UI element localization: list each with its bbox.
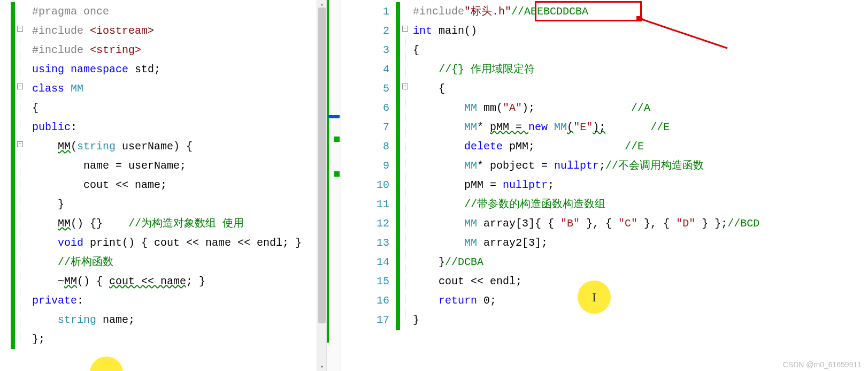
code-token: MM [58, 140, 71, 153]
code-token: string [77, 140, 116, 153]
code-token: cout << endl; [413, 275, 522, 287]
code-token: pMM = [413, 179, 503, 191]
code-token: pMM; [503, 140, 625, 153]
code-line[interactable]: MM array[3]{ { "B" }, { "C" }, { "D" } }… [396, 214, 868, 233]
code-line[interactable]: } [5, 195, 326, 214]
line-number: 10 [358, 176, 389, 195]
code-token: ); [522, 102, 631, 114]
code-token: }; [32, 333, 45, 345]
code-token: : [71, 121, 77, 133]
code-token [413, 140, 464, 153]
code-token: "B" [560, 217, 580, 230]
code-token: ); [593, 121, 605, 133]
editor-split-view: − − − #pragma once#include <iostream>#in… [0, 0, 868, 371]
code-token: name = userName; [32, 160, 186, 172]
overview-ruler[interactable] [326, 0, 341, 371]
code-token: MM [71, 82, 83, 95]
code-line[interactable]: MM array2[3]; [396, 233, 868, 253]
code-line[interactable]: return 0; [396, 291, 868, 311]
code-token: //BCD [727, 217, 759, 230]
code-line[interactable]: MM(string userName) { [5, 137, 326, 156]
code-line[interactable]: { [396, 79, 868, 99]
code-line[interactable]: #include"标头.h"//AEEBCDDCBA [396, 2, 868, 21]
code-line[interactable]: #include <string> [5, 41, 326, 60]
code-line[interactable]: cout << name; [5, 176, 326, 195]
code-token: ; } [186, 275, 205, 287]
scroll-down-arrow[interactable]: ▾ [319, 364, 325, 370]
code-token: } [413, 314, 419, 326]
code-line[interactable]: name = userName; [5, 156, 326, 176]
line-number: 13 [358, 233, 389, 253]
code-token: () {} [71, 217, 128, 230]
code-line[interactable]: string name; [5, 311, 326, 330]
code-token: //E [625, 140, 644, 153]
code-token [32, 314, 58, 326]
code-line[interactable]: int main() [396, 21, 868, 41]
vertical-scrollbar[interactable]: ▴ ▾ [317, 0, 326, 371]
code-token: #include [32, 44, 83, 56]
code-line[interactable]: //带参数的构造函数构造数组 [396, 195, 868, 214]
code-token: ( [71, 140, 77, 153]
code-token: //不会调用构造函数 [605, 160, 704, 172]
line-number: 8 [358, 137, 389, 156]
code-token [413, 198, 464, 210]
code-line[interactable]: { [396, 41, 868, 60]
code-token: array2[3]; [477, 237, 548, 249]
ruler-caret-marker [328, 115, 340, 118]
left-code-area[interactable]: − − − #pragma once#include <iostream>#in… [0, 0, 326, 349]
code-line[interactable]: //析构函数 [5, 253, 326, 272]
code-token: cout << name; [32, 179, 167, 191]
code-token: array[3]{ { [477, 217, 560, 230]
right-code-area[interactable]: − − #include"标头.h"//AEEBCDDCBAint main()… [396, 0, 868, 371]
code-line[interactable]: class MM [5, 79, 326, 99]
scroll-up-arrow[interactable]: ▴ [319, 1, 325, 7]
line-number: 2 [358, 21, 389, 41]
left-code-pane[interactable]: − − − #pragma once#include <iostream>#in… [0, 0, 326, 371]
line-number: 3 [358, 41, 389, 60]
code-token [83, 44, 90, 56]
line-number: 15 [358, 272, 389, 291]
code-line[interactable]: } [396, 311, 868, 330]
line-number-gutter: 1234567891011121314151617 [358, 0, 396, 371]
code-token: //带参数的构造函数构造数组 [464, 198, 605, 210]
code-line[interactable]: void print() { cout << name << endl; } [5, 233, 326, 253]
code-token: MM [64, 275, 77, 287]
code-line[interactable]: }//DCBA [396, 253, 868, 272]
code-line[interactable]: MM* pMM = new MM("E"); //E [396, 118, 868, 137]
code-token [605, 121, 650, 133]
code-line[interactable]: }; [5, 330, 326, 349]
code-line[interactable]: #pragma once [5, 2, 326, 21]
code-line[interactable]: cout << endl; [396, 272, 868, 291]
code-token: } }; [695, 217, 727, 230]
code-line[interactable]: private: [5, 291, 326, 311]
code-line[interactable]: MM() {} //为构造对象数组 使用 [5, 214, 326, 233]
code-token: //AEEBCDDCBA [511, 5, 588, 18]
scrollbar-thumb[interactable] [318, 7, 326, 323]
code-line[interactable]: delete pMM; //E [396, 137, 868, 156]
code-line[interactable]: using namespace std; [5, 60, 326, 79]
watermark: CSDN @m0_61659911 [783, 360, 862, 369]
code-line[interactable]: ~MM() { cout << name; } [5, 272, 326, 291]
code-token [413, 237, 464, 249]
code-token: "E" [573, 121, 593, 133]
line-number: 5 [358, 79, 389, 99]
code-token: ; [599, 160, 605, 172]
code-line[interactable]: #include <iostream> [5, 21, 326, 41]
right-code-pane[interactable]: 1234567891011121314151617 − − #include"标… [358, 0, 868, 371]
code-token: } [413, 256, 445, 268]
code-line[interactable]: pMM = nullptr; [396, 176, 868, 195]
code-token: ( [567, 121, 573, 133]
code-line[interactable]: public: [5, 118, 326, 137]
code-line[interactable]: MM mm("A"); //A [396, 99, 868, 118]
code-token [413, 63, 439, 75]
code-line[interactable]: { [5, 99, 326, 118]
line-number: 9 [358, 156, 389, 176]
line-number: 14 [358, 253, 389, 272]
code-token: //DCBA [445, 256, 483, 268]
code-token: //A [631, 102, 650, 114]
code-line[interactable]: //{} 作用域限定符 [396, 60, 868, 79]
code-token: ~ [32, 275, 64, 287]
code-line[interactable]: MM* pobject = nullptr;//不会调用构造函数 [396, 156, 868, 176]
line-number: 4 [358, 60, 389, 79]
code-token: MM [58, 217, 71, 230]
